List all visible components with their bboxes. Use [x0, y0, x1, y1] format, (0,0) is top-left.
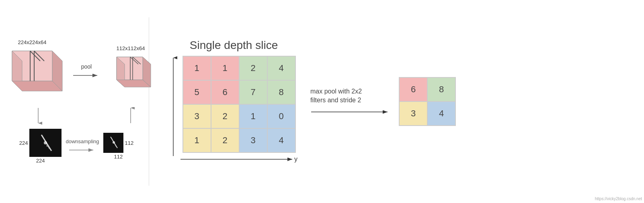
- grid-cell-2: 2: [239, 56, 267, 80]
- grid-cell-9: 2: [211, 104, 239, 128]
- grid-cell-0: 1: [183, 56, 211, 80]
- maxpool-label: max pool with 2x2 filters and stride 2: [310, 87, 375, 105]
- result-cell-3: 4: [427, 102, 455, 126]
- long-arrow-svg: [310, 108, 391, 116]
- watermark: https://vicky2blog.csdn.net: [595, 197, 642, 201]
- down-arrow-svg-left: [34, 107, 42, 125]
- right-image-area: 112 112: [103, 133, 134, 160]
- grid-cell-4: 5: [183, 80, 211, 104]
- medium-block-label: 112x112x64: [117, 45, 145, 51]
- grid-title: Single depth slice: [190, 39, 278, 52]
- right-section: max pool with 2x2 filters and stride 2 6…: [310, 77, 456, 126]
- right-feature-map: [103, 133, 123, 153]
- grid-and-y-area: 1 1 2 4 5 6 7 8 3 2 1 0 1 2: [180, 56, 298, 164]
- grid-cell-8: 3: [183, 104, 211, 128]
- pool-arrow-svg: [72, 71, 100, 79]
- y-axis-arrow-svg: y: [180, 154, 298, 164]
- grid-with-axes: x 1 1 2 4 5 6 7 8 3 2: [169, 56, 298, 164]
- grid-cell-1: 1: [211, 56, 239, 80]
- x-axis-container: x: [169, 56, 177, 164]
- grid-cell-13: 2: [211, 128, 239, 152]
- svg-text:x: x: [171, 158, 174, 160]
- y-axis-container: y: [180, 154, 298, 164]
- maxpool-description-area: max pool with 2x2 filters and stride 2: [310, 87, 391, 116]
- left-feature-map: [29, 129, 62, 157]
- feature-map-svg: [29, 129, 62, 157]
- down-arrow-left: [34, 107, 42, 125]
- svg-text:y: y: [294, 156, 297, 162]
- grid-cell-3: 4: [267, 56, 295, 80]
- pool-label: pool: [81, 63, 92, 70]
- downsampling-label: downsampling: [66, 138, 99, 144]
- grid-cell-6: 7: [239, 80, 267, 104]
- result-cell-0: 6: [399, 77, 427, 102]
- grid-cell-14: 3: [239, 128, 267, 152]
- grid-cell-5: 6: [211, 80, 239, 104]
- up-arrow-svg-right: [127, 107, 135, 125]
- right-side-num: 112: [125, 140, 134, 146]
- grid-cell-12: 1: [183, 128, 211, 152]
- bottom-row: 224 224: [19, 129, 134, 164]
- left-side-num: 224: [19, 140, 28, 146]
- left-image-area: 224 224: [19, 129, 62, 164]
- svg-point-34: [113, 141, 115, 144]
- grid-cell-7: 8: [267, 80, 295, 104]
- top-row: 224x224x64: [0, 39, 153, 103]
- result-cell-1: 8: [427, 77, 455, 102]
- downsampling-arrow-svg: [68, 146, 96, 154]
- left-section: 224x224x64: [12, 39, 141, 164]
- svg-point-28: [46, 144, 49, 147]
- result-cell-2: 3: [399, 102, 427, 126]
- large-3d-block: [0, 47, 64, 103]
- grid-container: 1 1 2 4 5 6 7 8 3 2 1 0 1 2: [183, 56, 296, 153]
- middle-section: Single depth slice x: [169, 39, 298, 164]
- small-feature-map-svg: [103, 133, 123, 153]
- vertical-arrows-area: [12, 107, 141, 127]
- grid-cell-10: 1: [239, 104, 267, 128]
- up-arrow-right: [127, 107, 135, 125]
- result-grid: 6 8 3 4: [399, 77, 456, 126]
- x-axis-arrow-svg: x: [169, 56, 177, 160]
- left-bottom-num: 224: [36, 158, 45, 164]
- svg-point-27: [44, 141, 47, 144]
- pool-arrow-area: pool: [72, 63, 100, 79]
- downsampling-area: downsampling: [66, 138, 99, 154]
- grid-cell-15: 4: [267, 128, 295, 152]
- large-block-label: 224x224x64: [18, 39, 47, 45]
- medium-3d-block: [109, 53, 153, 97]
- main-container: 224x224x64: [0, 0, 644, 203]
- right-bottom-num: 112: [114, 154, 123, 160]
- grid-cell-11: 0: [267, 104, 295, 128]
